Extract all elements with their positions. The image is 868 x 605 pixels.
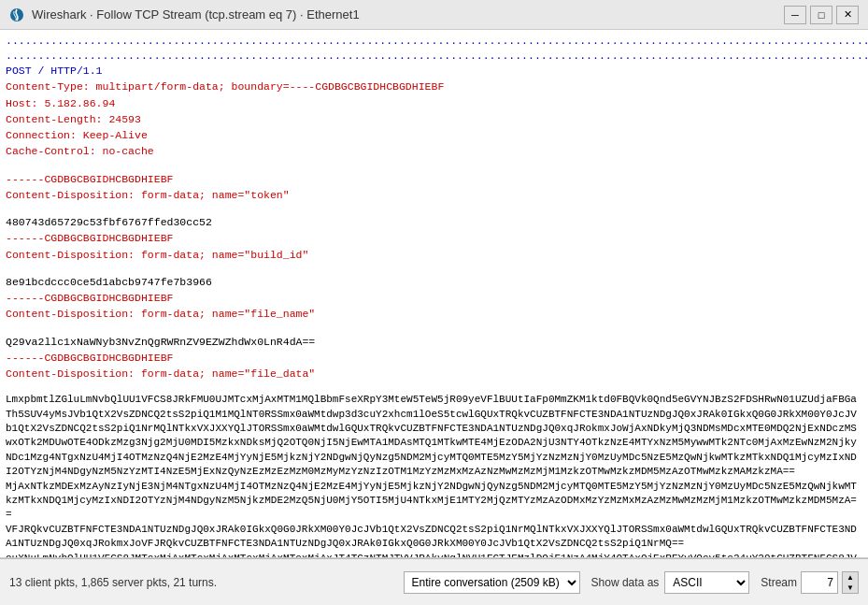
disposition-2: Content-Disposition: form-data; name="bu… (6, 247, 862, 263)
disposition-4: Content-Disposition: form-data; name="fi… (6, 366, 862, 382)
token-value: 480743d65729c53fbf6767ffed30cc52 (6, 214, 862, 230)
data-block-2: MjAxNTkzMDExMzAyNzIyNjE3NjM4NTgxNzU4MjI4… (6, 480, 862, 523)
content-area: ........................................… (0, 30, 868, 558)
disposition-1: Content-Disposition: form-data; name="to… (6, 187, 862, 203)
dots-row-2: ........................................… (6, 49, 862, 79)
data-block-3: VFJRQkvCUZBTFNFCTE3NDA1NTUzNDgJQ0xJRAk0I… (6, 523, 862, 552)
conversation-dropdown[interactable]: Entire conversation (2509 kB) (404, 571, 580, 594)
header-content-length: Content-Length: 24593 (6, 111, 862, 127)
header-cache-control: Cache-Control: no-cache (6, 143, 862, 159)
boundary-1: ------CGDBGCBGIDHCBGDHIEBF (6, 171, 862, 187)
build-id-value: 8e91bcdccc0ce5d1abcb9747fe7b3966 (6, 274, 862, 290)
data-block: LmxpbmtlZGluLmNvbQlUU1VFCS8JRkFMU0UJMTcx… (6, 393, 862, 479)
status-text: 13 client pkts, 1,865 server pkts, 21 tu… (9, 576, 217, 589)
stream-label: Stream (761, 576, 797, 589)
maximize-button[interactable]: □ (810, 6, 832, 24)
bottom-bar: 13 client pkts, 1,865 server pkts, 21 tu… (0, 558, 868, 605)
wireshark-icon (9, 7, 24, 22)
boundary-4: ------CGDBGCBGIDHCBGDHIEBF (6, 350, 862, 366)
stream-up-button[interactable]: ▲ (843, 572, 858, 583)
show-data-label: Show data as (591, 576, 660, 589)
file-name-value: Q29va2llc1xNaWNyb3NvZnQgRWRnZV9EZWZhdWx0… (6, 334, 862, 350)
title-bar: Wireshark · Follow TCP Stream (tcp.strea… (0, 0, 868, 30)
stream-input[interactable] (801, 571, 838, 594)
stream-down-button[interactable]: ▼ (843, 583, 858, 593)
window-title: Wireshark · Follow TCP Stream (tcp.strea… (32, 7, 360, 22)
show-data-dropdown[interactable]: ASCII HEX Dump C Arrays Raw (664, 571, 749, 594)
header-content-type: Content-Type: multipart/form-data; bound… (6, 79, 862, 94)
header-connection: Connection: Keep-Alive (6, 127, 862, 143)
boundary-2: ------CGDBGCBGIDHCBGDHIEBF (6, 230, 862, 246)
header-host: Host: 5.182.86.94 (6, 95, 862, 111)
data-block-4: ouXNuLmNvbQlUU1VFCS8JMTcxMjAxMTcxMjAxMTc… (6, 552, 862, 558)
close-button[interactable]: ✕ (836, 6, 859, 24)
disposition-3: Content-Disposition: form-data; name="fi… (6, 306, 862, 322)
minimize-button[interactable]: ─ (784, 6, 806, 24)
boundary-3: ------CGDBGCBGIDHCBGDHIEBF (6, 290, 862, 306)
dots-row-1: ........................................… (6, 34, 862, 49)
